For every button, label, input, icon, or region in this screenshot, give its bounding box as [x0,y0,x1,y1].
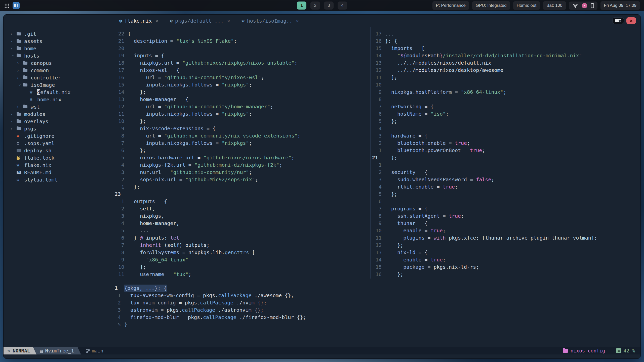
line-number: 2 [113,176,124,183]
app-launcher-icon[interactable] [4,3,9,8]
code-text: plugins = with pkgs.xfce; [thunar-archiv… [385,234,597,242]
code-text: home-manager = { [128,96,188,103]
tree-item-controller[interactable]: ›controller [4,74,113,81]
tree-item-isoImage[interactable]: ›isoImage [4,81,113,88]
tree-item-label: common [31,67,49,73]
line-number: 22 [113,30,124,37]
line-number: 1 [113,198,124,205]
line-number: 1 [371,147,382,154]
close-button[interactable]: × [626,17,636,24]
tree-item-assets[interactable]: ›assets [4,37,113,45]
tree-item-label: controller [31,75,61,81]
line-number: 13 [371,249,382,256]
code-line: 2 sops-nix.url = "github:Mic92/sops-nix"… [113,176,370,183]
tree-item-label: assets [24,38,42,44]
editor-right[interactable]: 17...16}: {15 imports = [14 "${modulesPa… [370,27,640,279]
tree-item-modules[interactable]: ›modules [4,110,113,118]
nix-icon: ❄ [30,89,37,95]
tab-pkgs-default-[interactable]: ❄pkgs/default ...× [170,18,230,24]
code-text: nixpkgs, [128,212,164,220]
line-number: 2 [113,205,124,212]
code-line: 1 outputs = { [113,198,370,205]
code-text: tux-awesome-wm-config = pkgs.callPackage… [124,292,294,299]
line-number: 15 [371,45,382,52]
code-line: 3 hardware = { [371,132,640,140]
tree-item-default-nix[interactable]: ❄default.nix [4,88,113,96]
editor-bottom[interactable]: 1{pkgs, ...}: {1 tux-awesome-wm-config =… [113,279,640,347]
line-number: 6 [371,198,382,205]
tab-close-icon[interactable]: × [296,18,299,24]
code-line: 1{pkgs, ...}: { [113,285,640,292]
chevron-right-icon: › [10,119,17,124]
tree-item-wsl[interactable]: ›wsl [4,103,113,110]
line-number: 11 [371,234,382,242]
line-number: 12 [371,242,382,249]
code-line: 7 networking = { [371,103,640,110]
tree-item-home-nix[interactable]: ❄home.nix [4,96,113,103]
code-line: 7 inputs.nixpkgs.follows = "nixpkgs"; [113,140,370,147]
tree-item-label: overlays [24,118,48,124]
tab-close-icon[interactable]: × [155,18,158,24]
tree-item-home[interactable]: ›home [4,45,113,52]
tab-flake-nix[interactable]: ❄flake.nix× [119,18,158,24]
tree-item-stylua-toml[interactable]: ⚙stylua.toml [4,176,113,183]
tree-item-flake-nix[interactable]: ❄flake.nix [4,161,113,169]
code-text: }; [385,154,397,161]
tree-item--gitignore[interactable]: ◆.gitignore [4,132,113,140]
file-tree[interactable]: ›.git›assets›home›hosts›canopus›common›c… [4,27,113,347]
line-number: 17 [371,30,382,37]
code-text: hostName = "iso"; [385,110,449,118]
code-text: nixos-wsl = { [128,67,179,74]
tree-item-README-md[interactable]: MREADME.md [4,169,113,176]
tree-item-pkgs[interactable]: ›pkgs [4,125,113,132]
workspace-button-4[interactable]: 4 [338,2,347,10]
line-number: 3 [371,176,382,183]
code-line: 3 sudo.wheelNeedsPassword = false; [371,176,640,183]
line-number: 3 [113,169,124,176]
tree-item-canopus[interactable]: ›canopus [4,59,113,67]
code-line: 17... [371,30,640,37]
tab-hosts-isoImag-[interactable]: ❄hosts/isoImag..× [242,18,299,24]
tree-item-hosts[interactable]: ›hosts [4,52,113,59]
code-text: url = "github:nix-community/home-manager… [128,103,273,110]
workspace-button-3[interactable]: 3 [324,2,334,10]
code-line: 1 tux-awesome-wm-config = pkgs.callPacka… [113,292,640,299]
tree-item-label: flake.lock [24,155,54,161]
code-line: 10 }; [113,118,370,125]
tree-item-label: modules [24,111,45,117]
tree-item-label: .gitignore [24,133,54,139]
line-number: 15 [113,81,124,88]
indicator-icon[interactable] [582,3,587,8]
line-number: 5 [371,118,382,125]
editor-left[interactable]: 22{21 description = "tux's NixOS Flake";… [113,27,370,279]
tree-item-label: default.nix [37,89,70,95]
workspace-button-2[interactable]: 2 [310,2,320,10]
tree-item-flake-lock[interactable]: flake.lock [4,154,113,161]
line-number: 13 [371,59,382,67]
nvim-main-area: ›.git›assets›home›hosts›canopus›common›c… [4,27,640,347]
layout-indicator-icon[interactable] [13,2,20,9]
tree-item--sops-yaml[interactable]: ⚙.sops.yaml [4,140,113,147]
code-text: inputs.nixpkgs.follows = "nixpkgs"; [128,110,252,118]
system-topbar: 1234 P: PerformanceGPU: IntegratedHome: … [0,0,644,11]
line-number: 14 [113,88,124,96]
tree-item-common[interactable]: ›common [4,67,113,74]
line-number: 1 [113,183,124,191]
tab-close-icon[interactable]: × [227,18,230,24]
tree-item-deploy-sh[interactable]: ›deploy.sh [4,147,113,154]
toggle-button[interactable] [612,17,624,24]
line-number: 2 [113,299,121,306]
code-line: 6 }; [113,147,370,154]
tree-item--git[interactable]: ›.git [4,30,113,37]
code-line: 10 ]; [113,263,370,271]
tree-item-overlays[interactable]: ›overlays [4,118,113,125]
code-line: 4 rtkit.enable = true; [371,183,640,191]
line-number: 10 [371,227,382,234]
line-number: 17 [113,67,124,74]
code-text: ../../modules/nixos/default.nix [385,59,491,67]
buffer-label: NvimTree_1 [45,348,74,353]
workspace-button-1[interactable]: 1 [297,2,306,10]
project-folder-icon [563,349,568,353]
line-number: 3 [113,212,124,220]
line-number: 2 [371,169,382,176]
